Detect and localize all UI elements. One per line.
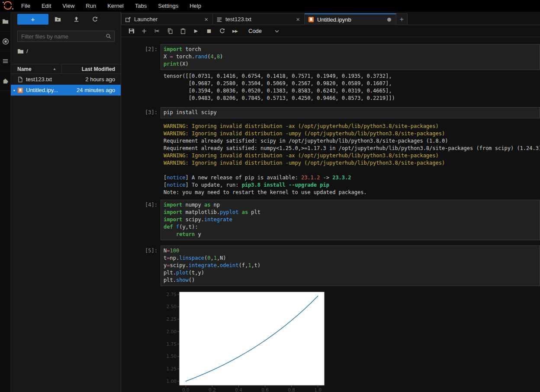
tab-label: test123.txt (225, 16, 295, 22)
svg-text:0.6: 0.6 (261, 387, 269, 392)
execution-count: [3]: (121, 107, 161, 115)
main-menu: FileEditViewRunKernelTabsSettingsHelp (16, 0, 207, 12)
tab-launcher[interactable]: Launcher× (121, 13, 213, 25)
file-browser-panel: + / Name ▲ Last Modified test123.txt2 (11, 12, 121, 392)
cell-type-value: Code (248, 28, 262, 34)
svg-text:0.8: 0.8 (288, 387, 295, 392)
puzzle-icon (2, 78, 9, 84)
svg-text:2.25: 2.25 (167, 316, 177, 322)
menu-bar: FileEditViewRunKernelTabsSettingsHelp (0, 0, 540, 12)
svg-text:1.75: 1.75 (167, 341, 177, 347)
file-list-header: Name ▲ Last Modified (11, 64, 121, 74)
insert-button[interactable]: + (138, 25, 151, 37)
sidebar-file-browser-tab[interactable] (0, 12, 11, 32)
filter-files-wrapper (17, 31, 114, 42)
save-icon (128, 28, 135, 34)
menu-run[interactable]: Run (80, 0, 102, 12)
folder-icon (2, 18, 9, 25)
svg-text:1.0: 1.0 (314, 387, 321, 392)
file-list: test123.txt2 hours ago●Untitled.ipy...24… (11, 74, 121, 96)
unsaved-dot: ● (11, 89, 17, 92)
menu-file[interactable]: File (16, 0, 36, 12)
cell-type-dropdown[interactable]: Code (248, 28, 280, 34)
paste-icon (180, 28, 186, 34)
textfile-icon (216, 16, 222, 22)
tab-label: Launcher (134, 16, 203, 22)
sidebar-running-sessions-tab[interactable] (0, 32, 11, 51)
save-button[interactable] (125, 25, 138, 37)
tab-label: Untitled.ipynb (317, 16, 387, 23)
refresh-button[interactable] (86, 13, 104, 25)
upload-button[interactable] (67, 13, 86, 25)
new-tab-button[interactable]: + (396, 13, 408, 25)
run-button[interactable]: ▶ (190, 25, 202, 37)
svg-text:1.50: 1.50 (167, 354, 177, 359)
insert-icon: + (141, 27, 147, 35)
svg-text:0.2: 0.2 (209, 387, 216, 392)
tab-test123-txt[interactable]: test123.txt× (213, 13, 305, 25)
search-icon (106, 33, 112, 41)
paste-button[interactable] (177, 25, 190, 37)
jupyter-logo-icon (0, 0, 16, 12)
execution-count: [5]: (121, 245, 161, 254)
menu-view[interactable]: View (57, 0, 80, 12)
notebook-content: [2]:import torchX = torch.rand(4,8)print… (121, 37, 540, 392)
copy-icon (167, 28, 173, 34)
tab-untitled-ipynb[interactable]: Untitled.ipynb (305, 13, 396, 25)
menu-settings[interactable]: Settings (152, 0, 184, 12)
close-icon[interactable]: × (203, 16, 209, 22)
column-name-header[interactable]: Name ▲ (11, 64, 61, 73)
cell-output: 1.001.251.501.752.002.252.502.750.00.20.… (121, 291, 540, 392)
copy-button[interactable] (164, 25, 177, 37)
matplotlib-figure: 1.001.251.501.752.002.252.502.750.00.20.… (164, 291, 328, 392)
menu-kernel[interactable]: Kernel (102, 0, 129, 12)
menu-tabs[interactable]: Tabs (129, 0, 152, 12)
cell-editor[interactable]: N=100t=np.linspace(0,1,N)y=scipy.integra… (161, 245, 540, 286)
breadcrumb[interactable]: / (11, 47, 121, 55)
sort-ascending-icon: ▲ (53, 67, 56, 71)
column-modified-header[interactable]: Last Modified (61, 64, 121, 73)
code-cell: [4]:import numpy as npimport matplotlib.… (121, 200, 540, 240)
execution-count: [2]: (121, 44, 161, 52)
breadcrumb-root[interactable]: / (26, 48, 28, 54)
close-icon[interactable]: × (295, 16, 301, 22)
svg-text:0.4: 0.4 (235, 387, 242, 392)
stop-button[interactable]: ■ (202, 25, 215, 37)
cut-icon: ✂ (154, 27, 160, 35)
toc-icon (2, 58, 9, 64)
new-launcher-button[interactable]: + (17, 14, 48, 25)
svg-text:2.50: 2.50 (167, 304, 177, 309)
svg-text:2.75: 2.75 (167, 292, 177, 297)
restart-button[interactable] (215, 25, 228, 37)
file-browser-toolbar: + (11, 12, 121, 26)
file-modified: 2 hours ago (73, 76, 121, 83)
filter-files-input[interactable] (17, 31, 115, 42)
file-row[interactable]: test123.txt2 hours ago (11, 74, 121, 85)
notebook-toolbar: +✂▶■▶▶Code (121, 25, 540, 37)
svg-text:0.0: 0.0 (182, 387, 190, 392)
run-icon: ▶ (194, 28, 198, 34)
cell-output: WARNING: Ignoring invalid distribution -… (121, 123, 540, 196)
jupyterlab-window: FileEditViewRunKernelTabsSettingsHelp + … (0, 0, 540, 392)
svg-text:1.25: 1.25 (167, 366, 177, 371)
menu-help[interactable]: Help (184, 0, 207, 12)
sidebar-table-of-contents-tab[interactable] (0, 51, 11, 71)
workspace: + / Name ▲ Last Modified test123.txt2 (0, 12, 540, 392)
file-modified: 24 minutes ago (73, 87, 121, 93)
code-cell: [3]:pip install scipy (121, 107, 540, 118)
stop-icon: ■ (207, 28, 211, 34)
sidebar-extensions-tab[interactable] (0, 71, 11, 91)
cell-editor[interactable]: import torchX = torch.rand(4,8)print(X) (161, 44, 540, 70)
file-row[interactable]: ●Untitled.ipy...24 minutes ago (11, 85, 121, 96)
new-folder-button[interactable] (48, 13, 67, 25)
menu-edit[interactable]: Edit (36, 0, 57, 12)
notebook-icon (17, 87, 23, 93)
cell-editor[interactable]: import numpy as npimport matplotlib.pypl… (161, 200, 540, 240)
cell-editor[interactable]: pip install scipy (161, 107, 540, 118)
file-name: Untitled.ipy... (26, 87, 73, 93)
restart-run-all-button[interactable]: ▶▶ (228, 25, 241, 37)
restart-run-all-icon: ▶▶ (232, 29, 238, 33)
svg-text:1.00: 1.00 (167, 379, 177, 384)
cut-button[interactable]: ✂ (151, 25, 164, 37)
output-text: WARNING: Ignoring invalid distribution -… (161, 123, 540, 196)
